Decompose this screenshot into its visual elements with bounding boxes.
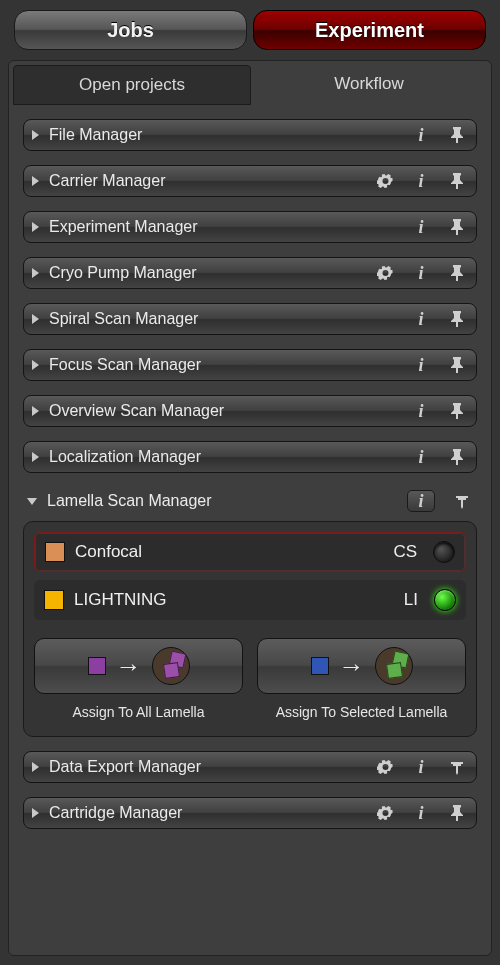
tab-jobs[interactable]: Jobs [14, 10, 247, 50]
section-lamella-scan-manager-group: Lamella Scan Manager i Confocal CS [23, 487, 477, 737]
section-focus-scan-manager[interactable]: Focus Scan Manager i [23, 349, 477, 381]
info-icon[interactable]: i [412, 264, 430, 282]
gear-icon[interactable] [376, 758, 394, 776]
section-title: File Manager [49, 126, 412, 144]
section-header-icons: i [407, 490, 473, 512]
mode-code: LI [404, 590, 418, 610]
mini-square-icon [311, 657, 329, 675]
mode-code: CS [393, 542, 417, 562]
pin-icon[interactable] [448, 402, 466, 420]
assign-all-col: → Assign To All Lamella [34, 638, 243, 720]
section-data-export-manager[interactable]: Data Export Manager i [23, 751, 477, 783]
mode-lightning[interactable]: LIGHTNING LI [34, 580, 466, 620]
section-cartridge-manager[interactable]: Cartridge Manager i [23, 797, 477, 829]
color-swatch [44, 590, 64, 610]
mode-confocal[interactable]: Confocal CS [34, 532, 466, 572]
expand-icon [32, 130, 39, 140]
section-title: Localization Manager [49, 448, 412, 466]
section-header-icons: i [376, 172, 468, 190]
assign-all-label: Assign To All Lamella [72, 704, 204, 720]
sub-tab-bar: Open projects Workflow [13, 65, 487, 105]
assign-selected-col: → Assign To Selected Lamella [257, 638, 466, 720]
assign-to-selected-lamella-button[interactable]: → [257, 638, 466, 694]
mode-label: LIGHTNING [74, 590, 394, 610]
section-header-icons: i [412, 310, 468, 328]
assign-selected-label: Assign To Selected Lamella [276, 704, 448, 720]
pin-icon[interactable] [448, 448, 466, 466]
section-carrier-manager[interactable]: Carrier Manager i [23, 165, 477, 197]
section-header-icons: i [376, 758, 468, 776]
section-cryo-pump-manager[interactable]: Cryo Pump Manager i [23, 257, 477, 289]
sub-tab-open-projects[interactable]: Open projects [13, 65, 251, 105]
mode-label: Confocal [75, 542, 383, 562]
section-title: Overview Scan Manager [49, 402, 412, 420]
expand-icon [32, 762, 39, 772]
panel-content: File Manager i Carrier Manager i [13, 115, 487, 833]
section-file-manager[interactable]: File Manager i [23, 119, 477, 151]
pin-icon[interactable] [448, 264, 466, 282]
section-experiment-manager[interactable]: Experiment Manager i [23, 211, 477, 243]
info-icon[interactable]: i [412, 126, 430, 144]
info-icon[interactable]: i [412, 402, 430, 420]
section-header-icons: i [412, 356, 468, 374]
assign-row: → Assign To All Lamella → Assign T [34, 638, 466, 720]
pinned-icon[interactable] [453, 492, 471, 510]
assign-to-all-lamella-button[interactable]: → [34, 638, 243, 694]
section-title: Focus Scan Manager [49, 356, 412, 374]
pin-icon[interactable] [448, 172, 466, 190]
section-title: Cartridge Manager [49, 804, 376, 822]
info-icon[interactable]: i [412, 804, 430, 822]
info-icon[interactable]: i [412, 758, 430, 776]
info-icon[interactable]: i [412, 310, 430, 328]
panel-frame: Open projects Workflow File Manager i [8, 60, 492, 956]
pin-icon[interactable] [448, 218, 466, 236]
pinned-icon[interactable] [448, 758, 466, 776]
status-led-off[interactable] [433, 541, 455, 563]
info-icon[interactable]: i [412, 356, 430, 374]
info-icon[interactable]: i [412, 218, 430, 236]
expand-icon [32, 176, 39, 186]
lamella-disc-icon [375, 647, 413, 685]
section-header-icons: i [412, 218, 468, 236]
section-header-icons: i [412, 402, 468, 420]
sub-tab-workflow[interactable]: Workflow [251, 65, 487, 103]
expand-icon [32, 406, 39, 416]
tab-experiment[interactable]: Experiment [253, 10, 486, 50]
section-title: Data Export Manager [49, 758, 376, 776]
section-overview-scan-manager[interactable]: Overview Scan Manager i [23, 395, 477, 427]
section-header-icons: i [412, 126, 468, 144]
section-title: Carrier Manager [49, 172, 376, 190]
section-lamella-scan-manager[interactable]: Lamella Scan Manager i [23, 487, 477, 515]
collapse-icon [27, 498, 37, 505]
color-swatch [45, 542, 65, 562]
section-title: Cryo Pump Manager [49, 264, 376, 282]
experiment-panel-root: Jobs Experiment Open projects Workflow F… [0, 0, 500, 965]
status-led-on[interactable] [434, 589, 456, 611]
section-localization-manager[interactable]: Localization Manager i [23, 441, 477, 473]
pin-icon[interactable] [448, 310, 466, 328]
gear-icon[interactable] [376, 264, 394, 282]
tab-jobs-label: Jobs [107, 19, 154, 42]
tab-experiment-label: Experiment [315, 19, 424, 42]
sub-tab-open-projects-label: Open projects [79, 75, 185, 95]
expand-icon [32, 452, 39, 462]
section-header-icons: i [412, 448, 468, 466]
pin-icon[interactable] [448, 804, 466, 822]
section-title: Experiment Manager [49, 218, 412, 236]
gear-icon[interactable] [376, 804, 394, 822]
pin-icon[interactable] [448, 356, 466, 374]
gear-icon[interactable] [376, 172, 394, 190]
expand-icon [32, 314, 39, 324]
pin-icon[interactable] [448, 126, 466, 144]
mini-square-icon [88, 657, 106, 675]
info-icon[interactable]: i [412, 172, 430, 190]
section-header-icons: i [376, 804, 468, 822]
sub-tab-workflow-label: Workflow [334, 74, 404, 94]
lamella-body: Confocal CS LIGHTNING LI [23, 521, 477, 737]
expand-icon [32, 222, 39, 232]
info-icon[interactable]: i [407, 490, 435, 512]
section-header-icons: i [376, 264, 468, 282]
section-title: Lamella Scan Manager [47, 492, 407, 510]
section-spiral-scan-manager[interactable]: Spiral Scan Manager i [23, 303, 477, 335]
info-icon[interactable]: i [412, 448, 430, 466]
